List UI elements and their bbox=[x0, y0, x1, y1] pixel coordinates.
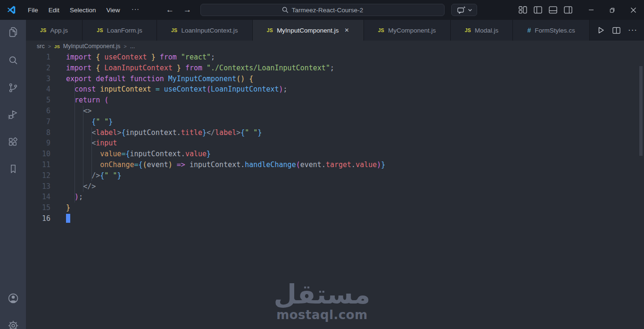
indent-guide bbox=[74, 84, 75, 202]
chevron-right-icon: > bbox=[124, 43, 126, 49]
layout-controls bbox=[519, 0, 572, 20]
code-line-3[interactable]: 3export default function MyInputComponen… bbox=[26, 74, 644, 84]
extensions-icon[interactable] bbox=[7, 136, 19, 148]
code-text: <label>{inputContext.title}</label>{" "} bbox=[66, 127, 262, 138]
js-file-icon: JS bbox=[378, 27, 384, 33]
tab-Modal.js[interactable]: JSModal.js bbox=[451, 20, 513, 41]
close-window-button[interactable] bbox=[623, 0, 644, 20]
customize-layout-icon[interactable] bbox=[519, 6, 527, 14]
scrollbar-thumb[interactable] bbox=[639, 66, 643, 156]
code-line-8[interactable]: 8 <label>{inputContext.title}</label>{" … bbox=[26, 127, 644, 138]
menu-file[interactable]: File bbox=[23, 7, 43, 14]
explorer-icon[interactable] bbox=[7, 26, 19, 38]
line-number: 15 bbox=[26, 202, 50, 213]
accounts-icon[interactable] bbox=[7, 292, 19, 305]
breadcrumb-folder[interactable]: src bbox=[37, 43, 45, 50]
source-control-icon[interactable] bbox=[7, 82, 19, 94]
code-line-9[interactable]: 9 <input bbox=[26, 138, 644, 149]
editor-actions: ··· bbox=[590, 20, 644, 41]
line-number: 5 bbox=[26, 95, 50, 106]
tab-App.js[interactable]: JSApp.js bbox=[26, 20, 83, 41]
watermark-arabic: مستقل bbox=[274, 281, 371, 308]
run-and-debug-icon[interactable] bbox=[7, 109, 19, 121]
menu-selection[interactable]: Selection bbox=[65, 7, 101, 14]
code-line-14[interactable]: 14 ); bbox=[26, 192, 644, 202]
code-line-16[interactable]: 16 bbox=[26, 213, 644, 224]
toggle-sidebar-right-icon[interactable] bbox=[564, 6, 572, 14]
nav-back-icon[interactable]: ← bbox=[166, 5, 174, 15]
breadcrumb-file[interactable]: MyInputComponent.js bbox=[63, 43, 121, 50]
code-line-11[interactable]: 11 onChange={(event) => inputContext.han… bbox=[26, 160, 644, 170]
line-number: 7 bbox=[26, 117, 50, 127]
code-text bbox=[66, 213, 70, 224]
line-number: 3 bbox=[26, 74, 50, 84]
more-actions-icon[interactable]: ··· bbox=[628, 25, 637, 35]
code-line-7[interactable]: 7 {" "} bbox=[26, 117, 644, 127]
line-number: 8 bbox=[26, 127, 50, 138]
tab-label: MyInputComponent.js bbox=[277, 27, 339, 34]
line-number: 2 bbox=[26, 63, 50, 74]
minimize-button[interactable] bbox=[580, 0, 602, 20]
tab-label: LoanInputContext.js bbox=[181, 27, 238, 34]
code-line-15[interactable]: 15} bbox=[26, 202, 644, 213]
window-controls bbox=[580, 0, 644, 20]
close-tab-icon[interactable]: ✕ bbox=[344, 27, 349, 34]
tab-label: MyComponent.js bbox=[388, 27, 436, 34]
tab-LoanInputContext.js[interactable]: JSLoanInputContext.js bbox=[157, 20, 253, 41]
line-number: 1 bbox=[26, 52, 50, 63]
code-text: import { LoanInputContext } from "./Cont… bbox=[66, 63, 334, 74]
watermark-url: mostaql.com bbox=[274, 308, 371, 322]
search-view-icon[interactable] bbox=[7, 55, 19, 67]
code-area[interactable]: 1import { useContext } from "react";2imp… bbox=[26, 52, 644, 224]
js-file-icon: JS bbox=[465, 27, 471, 33]
close-icon bbox=[630, 7, 636, 13]
code-line-10[interactable]: 10 value={inputContext.value} bbox=[26, 149, 644, 160]
tab-label: App.js bbox=[50, 27, 68, 34]
minimize-icon bbox=[588, 7, 594, 13]
vscode-logo-icon bbox=[6, 5, 17, 15]
css-file-icon: # bbox=[528, 26, 531, 34]
search-icon bbox=[282, 7, 289, 13]
code-text: import { useContext } from "react"; bbox=[66, 52, 215, 63]
run-code-icon[interactable] bbox=[596, 26, 605, 34]
tab-FormStyles.cs[interactable]: #FormStyles.cs bbox=[513, 20, 590, 41]
code-text: export default function MyInputComponent… bbox=[66, 74, 253, 84]
code-line-4[interactable]: 4 const inputContext = useContext(LoanIn… bbox=[26, 84, 644, 95]
menu-overflow-icon[interactable]: ··· bbox=[126, 5, 145, 13]
code-text: </> bbox=[66, 181, 96, 192]
tab-LoanForm.js[interactable]: JSLoanForm.js bbox=[83, 20, 157, 41]
text-cursor bbox=[66, 214, 70, 223]
code-line-5[interactable]: 5 return ( bbox=[26, 95, 644, 106]
search-box[interactable]: Tarmeez-React-Course-2 bbox=[200, 4, 445, 16]
tab-MyInputComponent.js[interactable]: JSMyInputComponent.js✕ bbox=[253, 20, 364, 41]
tab-label: Modal.js bbox=[475, 27, 498, 34]
tab-label: FormStyles.cs bbox=[535, 27, 575, 34]
breadcrumb-symbol[interactable]: ... bbox=[130, 43, 135, 50]
split-editor-icon[interactable] bbox=[612, 26, 621, 34]
copilot-icon bbox=[457, 6, 466, 14]
bookmarks-icon[interactable] bbox=[7, 163, 19, 175]
line-number: 16 bbox=[26, 213, 50, 224]
toggle-panel-icon[interactable] bbox=[549, 6, 557, 14]
code-text: {" "} bbox=[66, 117, 113, 127]
settings-gear-icon[interactable] bbox=[7, 320, 19, 329]
line-number: 9 bbox=[26, 138, 50, 149]
line-number: 10 bbox=[26, 149, 50, 160]
code-line-12[interactable]: 12 />{" "} bbox=[26, 170, 644, 181]
menu-view[interactable]: View bbox=[101, 7, 125, 14]
tab-bar-tabs: JSApp.jsJSLoanForm.jsJSLoanInputContext.… bbox=[26, 20, 590, 41]
code-line-2[interactable]: 2import { LoanInputContext } from "./Con… bbox=[26, 63, 644, 74]
code-line-1[interactable]: 1import { useContext } from "react"; bbox=[26, 52, 644, 63]
indent-guide bbox=[83, 106, 83, 192]
restore-button[interactable] bbox=[602, 0, 623, 20]
code-text: <> bbox=[66, 106, 91, 117]
tab-MyComponent.js[interactable]: JSMyComponent.js bbox=[364, 20, 451, 41]
code-line-13[interactable]: 13 </> bbox=[26, 181, 644, 192]
code-line-6[interactable]: 6 <> bbox=[26, 106, 644, 117]
line-number: 14 bbox=[26, 192, 50, 202]
js-file-icon: JS bbox=[40, 27, 46, 33]
menu-edit[interactable]: Edit bbox=[43, 7, 65, 14]
copilot-button[interactable] bbox=[451, 4, 477, 16]
toggle-sidebar-left-icon[interactable] bbox=[534, 6, 542, 14]
nav-forward-icon[interactable]: → bbox=[183, 5, 191, 15]
